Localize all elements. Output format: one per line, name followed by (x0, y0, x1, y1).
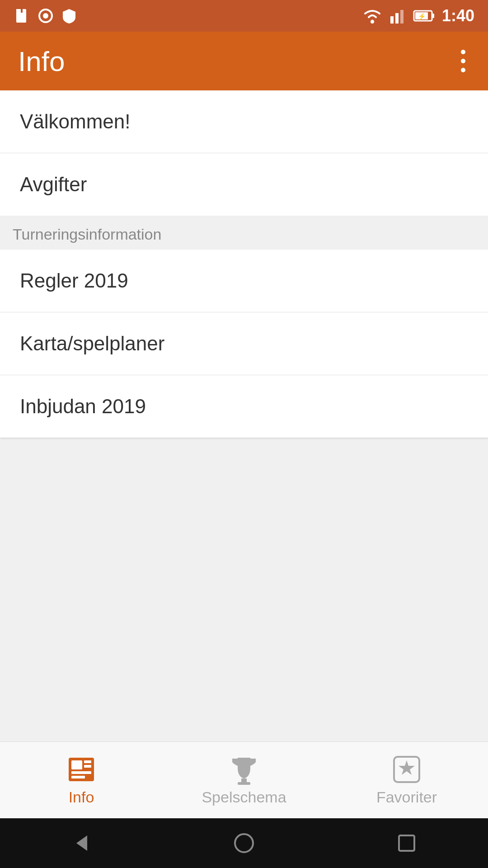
info-nav-icon (66, 754, 97, 785)
star-icon (391, 754, 422, 785)
svg-rect-20 (238, 782, 250, 785)
signal-icon (389, 7, 407, 24)
svg-rect-17 (71, 771, 91, 774)
section-label-turneringsinformation: Turneringsinformation (0, 216, 488, 250)
back-button[interactable] (66, 827, 97, 859)
list-item-inbjudan-2019[interactable]: Inbjudan 2019 (0, 375, 488, 438)
svg-rect-25 (399, 835, 414, 851)
recents-square-icon (395, 832, 418, 854)
more-options-button[interactable] (456, 45, 470, 77)
content-area: Välkommen! Avgifter Turneringsinformatio… (0, 90, 488, 741)
list-item-velkommen[interactable]: Välkommen! (0, 90, 488, 153)
svg-rect-15 (84, 760, 91, 763)
home-button[interactable] (228, 827, 260, 859)
app-title: Info (18, 45, 65, 77)
status-icons-left (14, 7, 78, 24)
svg-marker-23 (76, 835, 87, 851)
battery-icon: ⚡ (413, 7, 436, 24)
card-group-2: Regler 2019 Karta/spelplaner Inbjudan 20… (0, 250, 488, 438)
list-item-karta-spelplaner[interactable]: Karta/spelplaner (0, 312, 488, 375)
nav-item-favoriter[interactable]: Favoriter (325, 754, 488, 806)
list-item-avgifter[interactable]: Avgifter (0, 153, 488, 216)
trophy-icon (229, 754, 259, 785)
svg-rect-6 (390, 16, 394, 24)
app-bar: Info (0, 32, 488, 90)
svg-marker-22 (399, 760, 415, 775)
svg-point-5 (371, 20, 374, 24)
home-circle-icon (233, 832, 255, 854)
svg-rect-1 (16, 9, 21, 14)
back-arrow-icon (70, 832, 93, 854)
svg-rect-2 (21, 9, 23, 13)
svg-point-4 (43, 13, 48, 19)
sd-card-icon (14, 7, 31, 24)
svg-rect-7 (395, 13, 399, 24)
svg-rect-8 (400, 10, 404, 24)
status-bar: ⚡ 1:40 (0, 0, 488, 32)
system-nav-bar (0, 818, 488, 868)
svg-rect-14 (71, 760, 82, 769)
card-group-1: Välkommen! Avgifter (0, 90, 488, 216)
svg-rect-18 (71, 776, 85, 778)
nav-label-favoriter: Favoriter (376, 788, 437, 806)
svg-point-24 (235, 834, 253, 852)
nav-label-info: Info (69, 788, 94, 806)
nav-label-spelschema: Spelschema (202, 788, 286, 806)
list-item-regler-2019[interactable]: Regler 2019 (0, 250, 488, 312)
bottom-navigation: Info Spelschema Favoriter (0, 741, 488, 818)
sync-icon (37, 7, 54, 24)
svg-rect-10 (432, 14, 434, 18)
status-icons-right: ⚡ 1:40 (361, 6, 474, 25)
svg-rect-16 (84, 765, 91, 768)
nav-item-info[interactable]: Info (0, 754, 163, 806)
time-display: 1:40 (442, 6, 474, 25)
svg-text:⚡: ⚡ (418, 13, 426, 20)
shield-icon (61, 7, 78, 24)
nav-item-spelschema[interactable]: Spelschema (163, 754, 325, 806)
recents-button[interactable] (391, 827, 422, 859)
svg-rect-19 (241, 778, 247, 782)
wifi-icon (361, 7, 383, 24)
